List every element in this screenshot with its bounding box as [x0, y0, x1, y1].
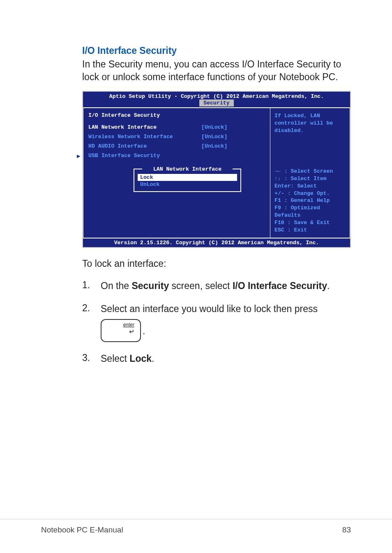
step-text: On the Security screen, select I/O Inter… — [101, 280, 330, 292]
bios-submenu-usb: ▶ USB Interface Security — [88, 153, 270, 159]
footer-left: Notebook PC E-Manual — [41, 525, 123, 534]
step-num: 3. — [82, 352, 101, 365]
bios-screenshot: Aptio Setup Utility - Copyright (C) 2012… — [82, 91, 351, 248]
bios-popup-title: LAN Network Interface — [142, 166, 233, 173]
bios-tab-security: Security — [199, 99, 233, 106]
enter-key-icon: enter ↵ — [101, 319, 141, 342]
bios-submenu-label: USB Interface Security — [88, 153, 160, 159]
bios-section-title: I/O Interface Security — [88, 112, 270, 118]
bios-row-label: LAN Network Interface — [88, 124, 201, 130]
submenu-arrow-icon: ▶ — [77, 153, 80, 160]
step-num: 2. — [82, 303, 101, 342]
step-text: Select Lock. — [101, 352, 154, 365]
footer-page-number: 83 — [342, 525, 351, 534]
bios-popup: LAN Network Interface Lock UnLock — [134, 169, 241, 192]
lock-instruction-lead: To lock an interface: — [82, 258, 351, 269]
bios-hotkeys: →← : Select Screen ↑↓ : Select Item Ente… — [274, 168, 346, 234]
step-2: 2. Select an interface you would like to… — [82, 303, 351, 342]
section-heading: I/O Interface Security — [82, 45, 351, 56]
bios-row-label: Wireless Network Interface — [88, 134, 201, 140]
bios-row-hdaudio: HD AUDIO Interface [UnLock] — [88, 143, 270, 149]
bios-row-value: [UnLock] — [201, 134, 227, 140]
bios-popup-option-lock: Lock — [138, 174, 237, 181]
page-footer: Notebook PC E-Manual 83 — [0, 519, 392, 534]
step-text: Select an interface you would like to lo… — [101, 303, 351, 342]
step-3: 3. Select Lock. — [82, 352, 351, 365]
bios-row-label: HD AUDIO Interface — [88, 143, 201, 149]
intro-text: In the Security menu, you can access I/O… — [82, 58, 351, 83]
step-1: 1. On the Security screen, select I/O In… — [82, 280, 351, 292]
bios-row-lan: LAN Network Interface [UnLock] — [88, 124, 270, 130]
bios-row-value: [UnLock] — [201, 124, 227, 130]
period: . — [143, 325, 145, 342]
bios-popup-option-unlock: UnLock — [138, 181, 237, 188]
return-arrow-icon: ↵ — [129, 327, 134, 336]
bios-footer: Version 2.15.1226. Copyright (C) 2012 Am… — [83, 238, 350, 247]
bios-header: Aptio Setup Utility - Copyright (C) 2012… — [83, 92, 350, 99]
bios-help-text: If Locked, LAN controller will be disabl… — [274, 112, 346, 168]
bios-row-value: [UnLock] — [201, 143, 227, 149]
bios-row-wireless: Wireless Network Interface [UnLock] — [88, 134, 270, 140]
step-num: 1. — [82, 280, 101, 292]
